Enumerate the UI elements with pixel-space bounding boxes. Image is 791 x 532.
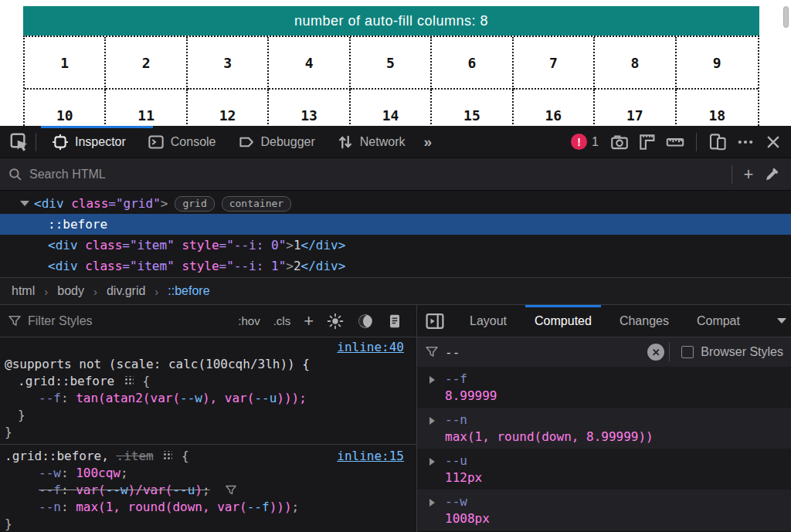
tag-close: > xyxy=(161,196,168,211)
css-variable-ref[interactable]: --u xyxy=(254,391,277,405)
tab-changes[interactable]: Changes xyxy=(616,305,672,337)
tag-close: > xyxy=(286,238,294,252)
devtools-toolbar: Inspector Console Debugger xyxy=(0,126,791,158)
close-devtools-button[interactable] xyxy=(762,130,785,154)
overridden-filter-icon[interactable] xyxy=(225,484,237,496)
meatball-menu-icon xyxy=(736,133,755,151)
tab-compat[interactable]: Compat xyxy=(694,305,743,337)
pick-element-button[interactable] xyxy=(8,130,31,154)
breadcrumb-item-before[interactable]: ::before xyxy=(168,284,209,298)
dark-mode-icon[interactable] xyxy=(357,313,374,330)
rule-source-link[interactable]: inline:15 xyxy=(337,448,404,465)
clear-filter-button[interactable]: ✕ xyxy=(647,344,664,361)
computed-property-row[interactable]: --f 8.99999 xyxy=(417,367,791,408)
computed-property-row[interactable]: --u 112px xyxy=(417,449,791,490)
unmatched-selector[interactable]: .item xyxy=(117,449,154,463)
attr-name: style xyxy=(175,259,219,273)
rules-toolbar: :hov .cls + xyxy=(0,305,416,337)
error-count-badge[interactable]: ! xyxy=(571,134,587,150)
rule-selector[interactable]: .grid::before xyxy=(18,374,114,388)
computed-filter-bar: ✕ Browser Styles xyxy=(417,337,791,367)
add-rule-button[interactable]: + xyxy=(304,311,314,331)
expander-arrow-icon[interactable] xyxy=(20,201,29,206)
filter-styles-input[interactable] xyxy=(28,314,144,328)
more-tabs-button[interactable]: » xyxy=(416,134,438,151)
light-mode-icon[interactable] xyxy=(327,313,344,330)
breadcrumb-item-div-grid[interactable]: div.grid xyxy=(107,284,145,298)
attr-value: ="grid" xyxy=(108,196,160,211)
tab-inspector[interactable]: Inspector xyxy=(41,126,137,158)
page-scrollbar-thumb[interactable] xyxy=(783,6,789,28)
container-badge[interactable]: container xyxy=(222,196,291,212)
markup-node-before-pseudo[interactable]: ::before xyxy=(0,214,791,235)
tab-layout[interactable]: Layout xyxy=(467,305,510,337)
close-icon xyxy=(765,134,782,151)
grid-badge[interactable]: grid xyxy=(175,196,214,212)
screenshot-button[interactable] xyxy=(608,130,631,154)
rule-selector[interactable]: .grid::before, xyxy=(5,449,109,463)
breadcrumb-separator: › xyxy=(154,285,158,298)
grid-cell: 12 xyxy=(188,90,269,126)
grid-highlighter-toggle-icon[interactable] xyxy=(162,451,172,461)
grid-cell: 6 xyxy=(432,37,513,90)
tab-debugger[interactable]: Debugger xyxy=(227,126,326,158)
sidebar-tabs: Layout Computed Changes Compat xyxy=(417,305,791,337)
expand-property-icon[interactable] xyxy=(429,458,435,466)
declaration-f-overridden[interactable]: --f: var(--w)/var(--u); xyxy=(0,482,416,499)
attr-value: ="--i: 0" xyxy=(219,238,287,252)
declaration-f[interactable]: --f: tan(atan2(var(--w), var(--u))); xyxy=(0,390,416,407)
grid-cell: 18 xyxy=(677,90,758,126)
ruler-button[interactable] xyxy=(664,130,687,154)
markup-node-item-2[interactable]: <div class="item" style="--i: 1">2</div> xyxy=(0,256,791,276)
network-icon xyxy=(337,134,354,151)
computed-property-value: 112px xyxy=(445,470,791,485)
devtools-menu-button[interactable] xyxy=(734,130,757,154)
rule2-close-brace: } xyxy=(0,516,416,532)
breadcrumb-item-body[interactable]: body xyxy=(57,284,84,298)
print-simulation-icon[interactable] xyxy=(387,313,402,329)
property-name: --n xyxy=(39,500,61,514)
attr-name: class xyxy=(64,196,109,211)
create-node-button[interactable]: + xyxy=(737,163,760,186)
expand-property-icon[interactable] xyxy=(429,499,435,507)
pseudo-class-button[interactable]: :hov xyxy=(238,314,260,327)
rules-panel: :hov .cls + xyxy=(0,305,417,532)
css-variable-ref[interactable]: --w xyxy=(106,483,128,497)
tabs-dropdown-icon[interactable] xyxy=(777,318,786,324)
computed-filter-input[interactable] xyxy=(445,345,647,360)
grid-cell: 15 xyxy=(432,90,513,126)
responsive-design-button[interactable] xyxy=(706,130,729,154)
rule-divider xyxy=(0,444,416,445)
computed-property-row[interactable]: --w 1008px xyxy=(417,490,791,530)
tab-network[interactable]: Network xyxy=(326,126,416,158)
inspector-icon xyxy=(52,134,69,151)
expand-property-icon[interactable] xyxy=(429,417,435,425)
declaration-n[interactable]: --n: max(1, round(down, var(--f))); xyxy=(0,499,416,516)
computed-property-row[interactable]: --n max(1, round(down, 8.99999)) xyxy=(417,408,791,449)
pseudo-element-label: ::before xyxy=(48,217,107,232)
expand-property-icon[interactable] xyxy=(429,376,435,384)
tab-computed[interactable]: Computed xyxy=(531,305,595,337)
sidebar-toggle-icon[interactable] xyxy=(425,311,445,331)
browser-styles-checkbox[interactable] xyxy=(681,346,694,358)
measure-tool-button[interactable] xyxy=(636,130,659,154)
css-variable-ref[interactable]: --w xyxy=(180,391,202,405)
css-variable-ref[interactable]: --u xyxy=(172,483,195,497)
class-toggle-button[interactable]: .cls xyxy=(273,314,291,327)
tag-open: <div xyxy=(48,238,78,252)
css-variable-ref[interactable]: --f xyxy=(247,500,270,514)
at-rule-close-brace: } xyxy=(0,424,416,441)
rule-source-link[interactable]: inline:40 xyxy=(337,340,404,354)
toolbar-right-group: ! 1 xyxy=(571,130,791,154)
markup-node-item-1[interactable]: <div class="item" style="--i: 0">1</div> xyxy=(0,235,791,256)
grid-highlighter-toggle-icon[interactable] xyxy=(124,376,134,386)
corner-ruler-icon xyxy=(638,133,657,151)
filter-icon xyxy=(8,314,22,328)
breadcrumb-item-html[interactable]: html xyxy=(12,284,35,298)
markup-node-grid[interactable]: <div class="grid">gridcontainer xyxy=(0,193,791,214)
search-html-input[interactable] xyxy=(29,168,727,181)
tab-console[interactable]: Console xyxy=(137,126,227,158)
declaration-w[interactable]: --w: 100cqw; xyxy=(0,465,416,482)
eyedropper-button[interactable] xyxy=(760,163,783,186)
computed-property-name: --f xyxy=(445,371,791,386)
